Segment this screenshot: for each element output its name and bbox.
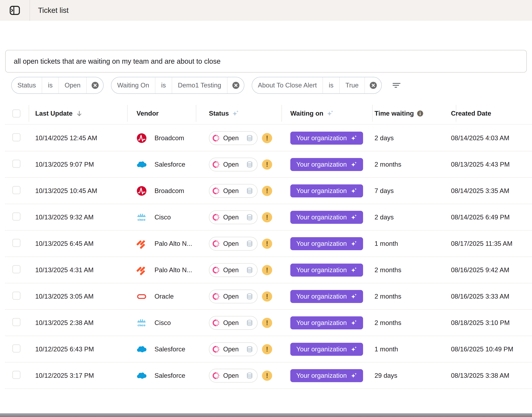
column-header-last-update[interactable]: Last Update <box>35 110 83 117</box>
created-date-value: 08/16/2025 3:33 AM <box>451 293 509 300</box>
row-checkbox[interactable] <box>12 344 21 353</box>
waiting-on-label: Your organization <box>296 214 347 221</box>
column-header-time-waiting[interactable]: Time waiting <box>375 110 424 117</box>
row-checkbox[interactable] <box>12 371 21 379</box>
svg-text:cisco: cisco <box>138 218 145 221</box>
created-date-value: 08/14/2025 3:35 AM <box>451 187 509 195</box>
sidebar-toggle-button[interactable] <box>9 5 21 16</box>
chip-value[interactable]: Open <box>58 77 87 94</box>
table-row[interactable]: 10/13/2025 6:45 AM Palo Alto N... Open !… <box>0 230 532 257</box>
about-to-close-alert-icon: ! <box>262 371 272 381</box>
table-row[interactable]: 10/13/2025 9:07 PM Salesforce Open ! You… <box>0 151 532 178</box>
database-icon <box>246 372 254 380</box>
filter-chip-about-to-close[interactable]: About To Close Alert is True <box>252 77 382 94</box>
chip-field[interactable]: About To Close Alert <box>252 77 323 94</box>
row-checkbox[interactable] <box>12 318 21 326</box>
status-pill[interactable]: Open <box>209 131 258 145</box>
waiting-on-pill[interactable]: Your organization <box>290 343 363 356</box>
table-row[interactable]: 10/13/2025 3:05 AM Oracle Open ! Your or… <box>0 283 532 310</box>
status-pill[interactable]: Open <box>209 342 258 356</box>
table-row[interactable]: 10/12/2025 6:43 PM Salesforce Open ! You… <box>0 336 532 363</box>
waiting-on-pill[interactable]: Your organization <box>290 158 363 171</box>
chip-operator[interactable]: is <box>323 77 339 94</box>
table-row[interactable]: 10/14/2025 12:45 AM Broadcom Open ! Your… <box>0 125 532 151</box>
status-cell: Open ! <box>209 131 272 145</box>
chip-operator[interactable]: is <box>155 77 172 94</box>
status-pill[interactable]: Open <box>209 237 258 250</box>
sparkle-icon <box>350 320 357 326</box>
filter-chip-status[interactable]: Status is Open <box>11 77 104 94</box>
waiting-on-pill[interactable]: Your organization <box>290 132 363 145</box>
chip-operator[interactable]: is <box>42 77 58 94</box>
table-row[interactable]: 10/13/2025 9:32 AM cisco Cisco Open ! Yo… <box>0 204 532 230</box>
vendor-name: Cisco <box>154 319 171 327</box>
status-pill[interactable]: Open <box>209 158 258 171</box>
table-row[interactable]: 10/13/2025 4:31 AM Palo Alto N... Open !… <box>0 257 532 283</box>
status-pill[interactable]: Open <box>209 290 258 303</box>
about-to-close-alert-icon: ! <box>262 239 272 249</box>
column-divider <box>127 105 128 122</box>
column-header-waiting-on[interactable]: Waiting on <box>290 110 334 117</box>
table-header: Last Update Vendor Status Waiting on Tim… <box>0 102 532 125</box>
vendor-name: Broadcom <box>154 135 184 142</box>
row-checkbox[interactable] <box>12 239 21 247</box>
chip-remove-button[interactable] <box>86 77 103 94</box>
waiting-on-pill[interactable]: Your organization <box>290 184 363 198</box>
table-row[interactable]: 10/13/2025 2:38 AM cisco Cisco Open ! Yo… <box>0 310 532 336</box>
column-header-status[interactable]: Status <box>209 110 239 117</box>
waiting-on-pill[interactable]: Your organization <box>290 237 363 250</box>
database-icon <box>246 319 254 327</box>
row-checkbox[interactable] <box>12 160 21 168</box>
database-icon <box>246 266 254 274</box>
row-checkbox[interactable] <box>12 213 21 221</box>
waiting-on-pill[interactable]: Your organization <box>290 211 363 224</box>
status-cell: Open ! <box>209 342 272 356</box>
horizontal-scrollbar[interactable] <box>0 413 532 417</box>
table-row[interactable]: 10/13/2025 10:45 AM Broadcom Open ! Your… <box>0 178 532 204</box>
created-date-value: 08/16/2025 9:42 AM <box>451 266 509 274</box>
select-all-checkbox[interactable] <box>12 109 21 117</box>
info-icon[interactable] <box>417 110 424 117</box>
broadcom-logo <box>137 186 147 196</box>
status-pill[interactable]: Open <box>209 316 258 330</box>
waiting-on-pill[interactable]: Your organization <box>290 369 363 382</box>
status-pill[interactable]: Open <box>209 369 258 383</box>
status-cell: Open ! <box>209 158 272 171</box>
column-divider <box>29 105 29 122</box>
chip-remove-button[interactable] <box>227 77 244 94</box>
waiting-on-pill[interactable]: Your organization <box>290 264 363 277</box>
search-input[interactable] <box>6 50 526 72</box>
waiting-on-pill[interactable]: Your organization <box>290 316 363 329</box>
chip-field[interactable]: Waiting On <box>111 77 155 94</box>
filter-chip-waiting-on[interactable]: Waiting On is Demo1 Testing <box>111 77 244 94</box>
last-update-value: 10/13/2025 2:38 AM <box>35 319 94 327</box>
created-date-value: 08/14/2025 6:49 PM <box>451 214 510 221</box>
last-update-value: 10/13/2025 6:45 AM <box>35 240 94 247</box>
table-row[interactable]: 10/12/2025 3:17 PM Salesforce Open ! You… <box>0 363 532 389</box>
about-to-close-alert-icon: ! <box>262 318 272 328</box>
time-waiting-value: 1 month <box>375 240 398 247</box>
vendor-cell: cisco Cisco <box>137 318 171 328</box>
waiting-on-pill[interactable]: Your organization <box>290 290 363 303</box>
waiting-on-label: Your organization <box>296 240 347 247</box>
header-divider <box>30 0 30 21</box>
status-pill[interactable]: Open <box>209 263 258 277</box>
filter-list-icon <box>391 80 402 90</box>
arrow-down-icon[interactable] <box>76 110 83 117</box>
database-icon <box>246 160 254 168</box>
chip-value[interactable]: True <box>339 77 364 94</box>
column-header-vendor[interactable]: Vendor <box>137 110 159 117</box>
column-header-created-date[interactable]: Created Date <box>451 110 491 117</box>
row-checkbox[interactable] <box>12 292 21 300</box>
chip-field[interactable]: Status <box>12 77 42 94</box>
sparkle-icon <box>350 135 357 141</box>
chip-remove-button[interactable] <box>364 77 381 94</box>
row-checkbox[interactable] <box>12 133 21 141</box>
status-pill[interactable]: Open <box>209 210 258 224</box>
filter-options-button[interactable] <box>391 80 402 90</box>
row-checkbox[interactable] <box>12 265 21 273</box>
vendor-name: Salesforce <box>154 161 185 168</box>
row-checkbox[interactable] <box>12 186 21 194</box>
status-pill[interactable]: Open <box>209 184 258 198</box>
chip-value[interactable]: Demo1 Testing <box>172 77 227 94</box>
